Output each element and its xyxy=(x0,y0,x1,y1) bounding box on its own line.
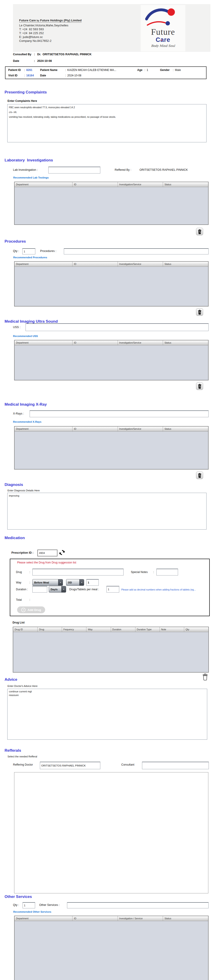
refresh-icon xyxy=(58,549,66,557)
colon: : xyxy=(153,571,154,574)
consulted-by-row: Consulted By:Dr. ORITSETSETOS RAPHAEL PI… xyxy=(13,53,92,56)
procedures-label: Procedures : xyxy=(40,250,56,253)
chevron-down-icon: ▼ xyxy=(58,579,63,585)
consultant-input[interactable] xyxy=(142,762,209,769)
colon: : xyxy=(173,68,173,72)
duration-input[interactable] xyxy=(32,586,47,593)
clear-drug-table-button[interactable] xyxy=(202,673,208,681)
visit-date-label: Date xyxy=(40,74,65,77)
clear-uss-table-button[interactable] xyxy=(196,382,203,390)
xray-table-header: DepartmentIDInvestigation/ServiceStatus xyxy=(14,426,208,431)
complaints-textarea[interactable]: FBC seen neutrophils elevated 77.5, mono… xyxy=(7,104,207,142)
uss-label: USS : xyxy=(13,326,21,329)
referring-doctor-input[interactable] xyxy=(40,762,100,769)
company-address: Le Chainter,Victoria,Mahe,Seychelles xyxy=(19,24,68,27)
colon: : xyxy=(34,59,35,62)
per-meal-input[interactable] xyxy=(106,586,119,593)
advice-label: Enter Doctor's Advice Here xyxy=(8,685,38,687)
xray-table: DepartmentIDInvestigation/ServiceStatus xyxy=(14,426,209,469)
duration-unit-select[interactable]: Day/s ▼ xyxy=(49,586,66,593)
other-services-input[interactable] xyxy=(67,902,209,908)
trash-icon xyxy=(198,473,202,478)
table-header-cell: Investigation / Service xyxy=(118,916,163,921)
recommended-other-services-link[interactable]: Recommended Other Services xyxy=(13,910,51,913)
frequency-value: OD xyxy=(68,581,72,584)
table-header-cell: Department xyxy=(14,182,72,187)
referral-listbox[interactable] xyxy=(14,772,208,893)
table-header-cell: Status xyxy=(163,426,208,431)
logo: Future Care ♥ Body Mind Soul xyxy=(141,5,185,51)
lab-investigation-label: Lab Investingation : xyxy=(13,168,38,172)
table-header-cell: Status xyxy=(163,916,208,921)
meal-time-select[interactable]: Before Meal ▼ xyxy=(32,579,63,586)
table-header-cell: Status xyxy=(163,182,208,187)
xray-input[interactable] xyxy=(30,410,209,417)
gender-label: Gender xyxy=(160,68,173,72)
table-header-cell: Duration Type xyxy=(135,627,160,632)
table-header-cell: Drug xyxy=(38,627,62,632)
xray-label: X-Rays : xyxy=(13,412,24,415)
other-qty-input[interactable] xyxy=(22,902,35,908)
xray-table-body xyxy=(14,431,208,469)
table-header-cell: Status xyxy=(163,340,208,345)
procedures-qty-input[interactable] xyxy=(22,248,35,255)
add-drug-button[interactable]: + Add Drug xyxy=(17,606,45,613)
special-notes-label: Special Notes xyxy=(131,571,148,574)
gender-value: Male xyxy=(175,68,181,72)
recommended-procedures-link[interactable]: Recommended Procedures xyxy=(13,256,47,259)
patient-id-value: 8261 xyxy=(26,68,32,72)
clear-lab-table-button[interactable] xyxy=(196,228,203,235)
referral-select-label: Select the needed Refferal xyxy=(8,755,37,758)
advice-textarea[interactable]: continue current mgt reassure xyxy=(7,689,207,740)
colon: : xyxy=(145,68,145,72)
referred-by-label: Reffered By : xyxy=(115,168,131,172)
refresh-prescription-button[interactable] xyxy=(58,549,66,557)
section-title-referrals: Refferals xyxy=(5,748,21,753)
patient-name-value: KAIZEN MICAH CALEB ETIENNE MA... xyxy=(67,68,116,72)
section-title-advice: Advice xyxy=(5,677,17,682)
clear-xray-table-button[interactable] xyxy=(196,472,203,479)
section-title-presenting-complaints: Presenting Complaints xyxy=(5,90,47,95)
uss-input[interactable] xyxy=(26,323,209,331)
drug-input[interactable] xyxy=(32,569,124,576)
table-header-cell: Investigation/Service xyxy=(118,340,163,345)
consultant-label: Consultant xyxy=(121,763,134,766)
lab-table-header: DepartmentIDInvestigation/ServiceStatus xyxy=(14,182,208,187)
diagnosis-textarea[interactable]: improving xyxy=(7,493,207,530)
patient-name-label: Patient Name xyxy=(40,68,65,72)
company-title-rest: Future Holdings (Pty) Limited xyxy=(40,19,82,22)
colon: : xyxy=(24,74,25,77)
table-header-cell: ID xyxy=(72,426,118,431)
drug-selection-warning: Please select the Drug from Drug suggess… xyxy=(17,561,76,564)
section-title-xray: Medical Imaging X-Ray xyxy=(5,402,47,407)
patient-name-field: Patient Name:KAIZEN MICAH CALEB ETIENNE … xyxy=(40,68,116,72)
lab-table-body xyxy=(14,187,208,224)
patient-info-box: Patient ID:8261 Patient Name:KAIZEN MICA… xyxy=(5,67,207,79)
patient-age-field: Age:1 xyxy=(137,68,148,72)
special-notes-input[interactable] xyxy=(156,569,178,576)
frequency-qty-input[interactable] xyxy=(87,579,99,586)
prescription-id-input[interactable] xyxy=(37,550,58,557)
visit-date-value: 2024-10-08 xyxy=(67,74,81,77)
table-header-cell: Investigation/Service xyxy=(118,262,163,266)
lab-investigation-input[interactable] xyxy=(48,167,100,173)
recommended-xray-link[interactable]: Recommended X-Rays xyxy=(13,420,42,423)
table-header-cell: Department xyxy=(14,340,72,345)
fraction-hint: Please add as decimal numbers when addin… xyxy=(121,588,196,591)
recommended-uss-link[interactable]: Recommended USS xyxy=(13,335,38,337)
consulted-by-value: Dr. ORITSETSETOS RAPHAEL PINNICK xyxy=(37,53,92,56)
drug-table-body xyxy=(13,632,208,672)
age-value: 1 xyxy=(146,68,148,72)
colon: : xyxy=(29,598,30,601)
recommended-lab-testings-link[interactable]: Recommended Lab Testings xyxy=(13,176,49,179)
drug-entry-box: Please select the Drug from Drug suggess… xyxy=(10,558,210,616)
other-services-label: Other Services : xyxy=(39,904,60,907)
referring-doctor-label: Reffering Doctor xyxy=(13,763,33,766)
consultation-page: Future Care by Future Holdings (Pty) Lim… xyxy=(0,0,212,980)
clear-procedures-table-button[interactable] xyxy=(196,308,203,316)
procedures-input[interactable] xyxy=(64,248,209,255)
company-number: Company No.8417652-2 xyxy=(19,39,51,43)
frequency-select[interactable]: OD ▼ xyxy=(66,579,84,586)
meal-time-value: Before Meal xyxy=(34,581,49,584)
colon: : xyxy=(24,68,25,72)
